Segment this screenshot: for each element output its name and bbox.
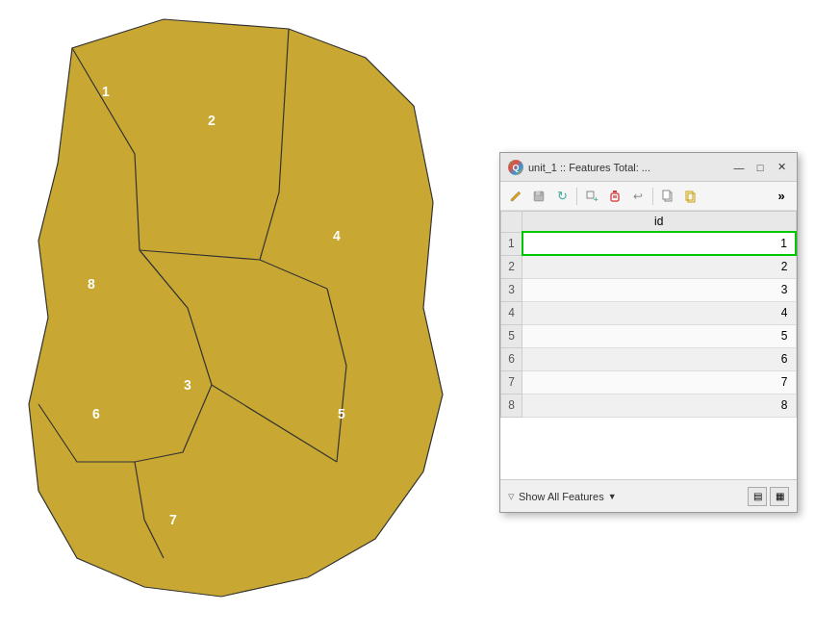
- copy-button[interactable]: [680, 186, 701, 207]
- restore-button[interactable]: □: [752, 160, 768, 175]
- svg-text:8: 8: [88, 276, 95, 292]
- footer: ▿ Show All Features ▼ ▤ ▦: [500, 479, 797, 512]
- svg-rect-19: [663, 191, 670, 199]
- filter-icon: ▿: [508, 489, 515, 503]
- row-number-cell: 2: [501, 255, 522, 278]
- table-row[interactable]: 33: [501, 278, 797, 301]
- svg-text:6: 6: [92, 406, 100, 421]
- table-row[interactable]: 88: [501, 394, 797, 417]
- footer-right: ▤ ▦: [748, 487, 789, 506]
- feature-table: id 1122334455667788: [500, 211, 797, 418]
- row-number-header: [501, 212, 522, 233]
- table-row[interactable]: 55: [501, 324, 797, 347]
- more-button[interactable]: »: [771, 186, 792, 207]
- table-layout-button-1[interactable]: ▤: [748, 487, 767, 506]
- svg-text:+: +: [594, 195, 598, 203]
- row-number-cell: 4: [501, 301, 522, 324]
- id-cell: 1: [522, 232, 797, 255]
- svg-text:2: 2: [208, 113, 216, 128]
- show-all-label: Show All Features: [519, 491, 604, 502]
- table-row[interactable]: 66: [501, 347, 797, 370]
- svg-rect-11: [535, 196, 543, 200]
- svg-marker-0: [29, 19, 443, 597]
- svg-rect-21: [688, 193, 695, 202]
- table-row[interactable]: 22: [501, 255, 797, 278]
- svg-text:5: 5: [338, 406, 345, 421]
- row-number-cell: 6: [501, 347, 522, 370]
- row-number-cell: 3: [501, 278, 522, 301]
- row-number-cell: 7: [501, 370, 522, 394]
- svg-rect-14: [611, 193, 619, 201]
- dropdown-arrow: ▼: [608, 492, 617, 501]
- id-cell: 7: [522, 370, 797, 394]
- id-cell: 4: [522, 301, 797, 324]
- title-bar: Q unit_1 :: Features Total: ... — □ ✕: [500, 153, 797, 182]
- id-column-header[interactable]: id: [522, 212, 797, 233]
- add-feature-button[interactable]: +: [581, 186, 602, 207]
- row-number-cell: 5: [501, 324, 522, 347]
- svg-rect-12: [587, 191, 594, 198]
- close-button[interactable]: ✕: [774, 160, 789, 175]
- title-left: Q unit_1 :: Features Total: ...: [508, 160, 650, 175]
- table-body: 1122334455667788: [501, 232, 797, 417]
- reload-button[interactable]: ↻: [551, 186, 573, 207]
- id-cell: 5: [522, 324, 797, 347]
- undo-button[interactable]: ↩: [627, 186, 649, 207]
- row-number-cell: 1: [501, 232, 522, 255]
- svg-rect-10: [536, 191, 540, 195]
- show-all-features-button[interactable]: ▿ Show All Features ▼: [508, 489, 617, 503]
- table-row[interactable]: 77: [501, 370, 797, 394]
- qgis-icon: Q: [508, 160, 523, 175]
- delete-selected-button[interactable]: [604, 186, 625, 207]
- table-row[interactable]: 11: [501, 232, 797, 255]
- minimize-button[interactable]: —: [731, 160, 747, 175]
- toolbar-separator-2: [652, 188, 653, 205]
- id-cell: 8: [522, 394, 797, 417]
- svg-text:7: 7: [169, 512, 177, 527]
- svg-rect-20: [686, 191, 693, 200]
- row-number-cell: 8: [501, 394, 522, 417]
- toolbar: ↻ + ↩ »: [500, 182, 797, 211]
- toolbar-separator-1: [576, 188, 577, 205]
- table-layout-button-2[interactable]: ▦: [770, 487, 789, 506]
- attribute-table-dialog: Q unit_1 :: Features Total: ... — □ ✕ ↻ …: [499, 152, 798, 513]
- id-cell: 6: [522, 347, 797, 370]
- table-row[interactable]: 44: [501, 301, 797, 324]
- edit-toggle-button[interactable]: [505, 186, 526, 207]
- table-container[interactable]: id 1122334455667788: [500, 211, 797, 479]
- svg-text:3: 3: [184, 377, 191, 393]
- save-edits-button[interactable]: [528, 186, 549, 207]
- paste-button[interactable]: [657, 186, 678, 207]
- id-cell: 2: [522, 255, 797, 278]
- title-controls: — □ ✕: [731, 160, 789, 175]
- svg-text:4: 4: [333, 228, 341, 243]
- title-text: unit_1 :: Features Total: ...: [528, 162, 650, 173]
- svg-text:1: 1: [102, 84, 110, 99]
- id-cell: 3: [522, 278, 797, 301]
